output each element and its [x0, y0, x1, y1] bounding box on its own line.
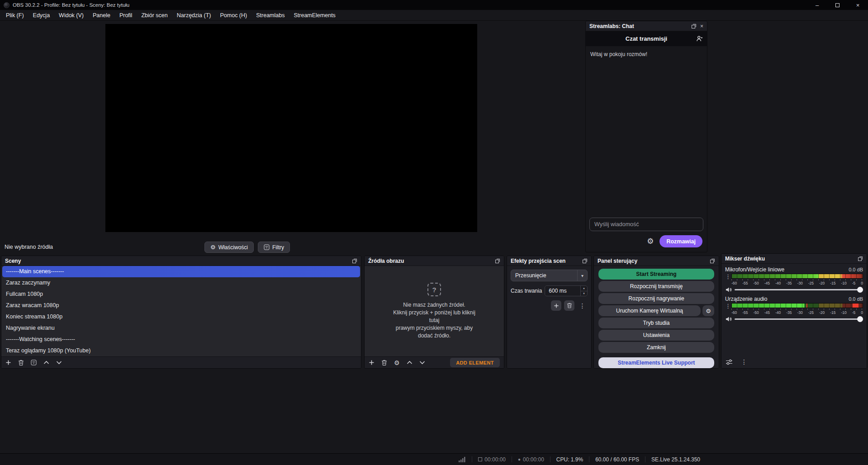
- menu-item[interactable]: Widok (V): [54, 10, 88, 21]
- popout-icon[interactable]: [691, 24, 697, 29]
- mixer-channel-mic: Mikrofon/Wejście liniowe 0.0 dB ⋮ -60-55…: [725, 266, 863, 293]
- start-streaming-button[interactable]: Start Streaming: [598, 269, 714, 280]
- transition-select[interactable]: Przesunięcie ▾: [511, 270, 588, 281]
- remove-transition-button[interactable]: [564, 300, 574, 311]
- start-recording-button[interactable]: Rozpocznij nagrywanie: [598, 293, 714, 304]
- scene-item[interactable]: Zaraz wracam 1080p: [1, 300, 361, 311]
- popout-icon[interactable]: [582, 258, 588, 264]
- sources-empty-state[interactable]: ? Nie masz żadnych źródeł.Kliknij przyci…: [365, 266, 504, 356]
- add-source-button[interactable]: [369, 360, 375, 365]
- advanced-audio-button[interactable]: [726, 359, 733, 365]
- menu-item[interactable]: Profil: [115, 10, 137, 21]
- filters-button[interactable]: Filtry: [258, 242, 290, 253]
- transitions-dock-header: Efekty przejścia scen: [507, 256, 591, 266]
- menu-item[interactable]: Edycja: [28, 10, 55, 21]
- move-source-down-button[interactable]: [419, 361, 425, 365]
- scene-filters-button[interactable]: [31, 360, 37, 365]
- chat-settings-button[interactable]: ⚙: [647, 237, 654, 245]
- gear-icon: ⚙: [647, 237, 654, 246]
- move-scene-up-button[interactable]: [43, 361, 49, 365]
- studio-mode-button[interactable]: Tryb studia: [598, 318, 714, 328]
- volume-slider-handle[interactable]: [857, 287, 863, 293]
- scene-item[interactable]: -------Watching scenes-------: [1, 334, 361, 345]
- menu-item[interactable]: Narzędzia (T): [172, 10, 216, 21]
- chat-send-button[interactable]: Rozmawiaj: [659, 235, 702, 247]
- minimize-button[interactable]: –: [807, 0, 827, 10]
- duration-spinner[interactable]: 600 ms ▲ ▼: [545, 285, 588, 296]
- preview-canvas[interactable]: [105, 24, 477, 232]
- scene-item[interactable]: Nagrywanie ekranu: [1, 323, 361, 334]
- menu-item[interactable]: Plik (F): [1, 10, 28, 21]
- recording-timer: ● 00:00:00: [518, 456, 544, 463]
- close-button[interactable]: ×: [848, 0, 868, 10]
- selive-version: SE.Live 25.1.24.350: [651, 456, 700, 463]
- menu-item[interactable]: Panele: [88, 10, 115, 21]
- sources-empty-line: prawym przyciskiem myszy, aby: [393, 324, 475, 332]
- settings-button[interactable]: Ustawienia: [598, 330, 714, 341]
- source-status-text: Nie wybrano źródła: [5, 244, 53, 250]
- menu-item[interactable]: Streamlabs: [251, 10, 289, 21]
- move-scene-down-button[interactable]: [56, 361, 62, 365]
- popout-icon[interactable]: [858, 256, 863, 261]
- channel-menu-button[interactable]: ⋮: [725, 303, 729, 315]
- volume-slider-handle[interactable]: [857, 316, 863, 322]
- scenes-list: -------Main scenes-------Zaraz zaczynamy…: [1, 266, 361, 356]
- maximize-button[interactable]: [827, 0, 848, 10]
- start-broadcast-button[interactable]: Rozpocznij transmisję: [598, 281, 714, 292]
- spin-up-icon[interactable]: ▲: [581, 286, 587, 291]
- popout-icon[interactable]: [710, 258, 715, 264]
- se-live-support-button[interactable]: StreamElements Live Support: [598, 357, 714, 368]
- viewer-list-icon[interactable]: [696, 35, 703, 42]
- menu-item[interactable]: StreamElements: [289, 10, 340, 21]
- properties-label: Właściwości: [218, 244, 248, 251]
- mixer-menu-button[interactable]: ⋮: [741, 359, 747, 365]
- source-properties-button[interactable]: ⚙: [394, 360, 400, 366]
- close-obs-button[interactable]: Zamknij: [598, 342, 714, 353]
- add-transition-button[interactable]: [551, 300, 561, 311]
- meter-ticks: [731, 308, 863, 310]
- meter-scale-label: -25: [808, 310, 814, 315]
- scene-item[interactable]: Fullcam 1080p: [1, 289, 361, 300]
- transition-menu-button[interactable]: ⋮: [577, 300, 588, 311]
- virtual-camera-settings-button[interactable]: ⚙: [702, 305, 714, 316]
- properties-button[interactable]: ⚙ Właściwości: [204, 242, 254, 253]
- menu-item[interactable]: Zbiór scen: [137, 10, 172, 21]
- volume-slider[interactable]: [735, 316, 863, 322]
- chat-messages: Witaj w pokoju rozmów!: [586, 46, 707, 218]
- scene-item[interactable]: -------Main scenes-------: [2, 266, 360, 277]
- spin-down-icon[interactable]: ▼: [581, 291, 587, 296]
- popout-icon[interactable]: [352, 258, 357, 264]
- transitions-dock-title: Efekty przejścia scen: [511, 258, 565, 264]
- scene-item[interactable]: Koniec streama 1080p: [1, 311, 361, 323]
- meter-scale-label: -45: [764, 281, 770, 285]
- scene-item[interactable]: Zaraz zaczynamy: [1, 277, 361, 289]
- add-scene-button[interactable]: [5, 360, 11, 365]
- slider-track: [735, 318, 863, 320]
- scene-item[interactable]: Teraz oglądamy 1080p (YouTube): [1, 345, 361, 356]
- chat-dock-title: Streamlabs: Chat: [589, 23, 634, 29]
- remove-source-button[interactable]: [381, 360, 387, 366]
- meter-scale-label: -50: [754, 281, 759, 285]
- move-source-up-button[interactable]: [407, 361, 413, 365]
- chat-message-input[interactable]: [589, 218, 703, 231]
- virtual-camera-button[interactable]: Uruchom Kamerę Wirtualną: [598, 305, 701, 316]
- meter-scale-label: -35: [786, 310, 792, 315]
- remove-scene-button[interactable]: [18, 360, 24, 366]
- speaker-icon[interactable]: [725, 316, 732, 322]
- kebab-icon: ⋮: [579, 303, 586, 309]
- meter-scale-label: -35: [786, 281, 792, 285]
- meter-scale-label: -10: [841, 310, 847, 315]
- spinner-arrows[interactable]: ▲ ▼: [580, 286, 587, 296]
- statusbar-divider: [589, 456, 589, 462]
- menu-item[interactable]: Pomoc (H): [215, 10, 251, 21]
- speaker-icon[interactable]: [725, 287, 732, 293]
- statusbar-divider: [645, 456, 645, 462]
- mixer-body: Mikrofon/Wejście liniowe 0.0 dB ⋮ -60-55…: [721, 264, 867, 368]
- channel-menu-button[interactable]: ⋮: [725, 274, 729, 285]
- meter-scale-label: -60: [731, 310, 737, 315]
- popout-icon[interactable]: [495, 258, 500, 264]
- add-element-button[interactable]: ADD ELEMENT: [450, 358, 500, 367]
- meter-scale: -60-55-50-45-40-35-30-25-20-15-10-50: [731, 281, 863, 285]
- volume-slider[interactable]: [735, 287, 863, 293]
- close-dock-button[interactable]: ×: [700, 24, 703, 29]
